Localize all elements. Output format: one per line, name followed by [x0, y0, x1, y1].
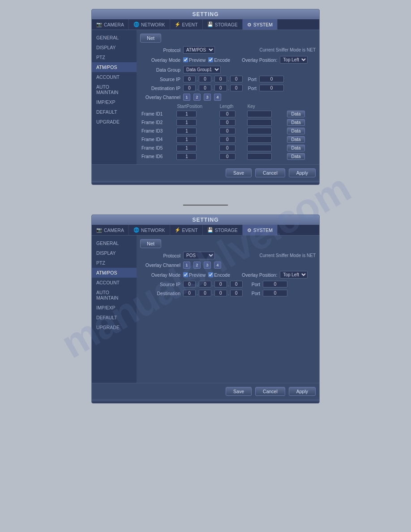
- frame1-start[interactable]: [176, 111, 197, 117]
- sidebar-general-1[interactable]: GENERAL: [92, 33, 137, 43]
- frame1-length[interactable]: [219, 111, 235, 117]
- dest-port-label-2: Port: [252, 291, 260, 296]
- sidebar-impexp-2[interactable]: IMP/EXP: [92, 303, 137, 313]
- source-ip-1-1[interactable]: [199, 76, 211, 82]
- tab-system-1[interactable]: ⚙ SYSTEM: [243, 19, 278, 30]
- frame2-key[interactable]: [247, 119, 272, 126]
- frame2-data-btn[interactable]: Data: [287, 119, 304, 126]
- frame2-length[interactable]: [219, 119, 235, 126]
- source-ip-0-1[interactable]: [183, 76, 196, 82]
- source-port-input-1[interactable]: [259, 76, 284, 82]
- source-port-input-2[interactable]: [263, 281, 287, 287]
- save-button-1[interactable]: Save: [226, 168, 252, 177]
- sidebar-upgrade-2[interactable]: UPGRADE: [92, 322, 137, 332]
- protocol-select-2[interactable]: POS ATM/POS: [183, 252, 215, 259]
- protocol-select-1[interactable]: ATM/POS POS: [183, 46, 215, 54]
- frame2-start[interactable]: [176, 119, 197, 126]
- frame1-key[interactable]: [247, 111, 272, 117]
- frame6-key[interactable]: [247, 153, 272, 160]
- source-ip-3-2[interactable]: [230, 281, 243, 287]
- frame3-length[interactable]: [219, 128, 235, 134]
- frame1-data-btn[interactable]: Data: [287, 111, 304, 117]
- channel-4-2[interactable]: 4: [214, 262, 221, 269]
- frame3-start[interactable]: [176, 128, 197, 134]
- cancel-button-2[interactable]: Cancel: [255, 387, 285, 396]
- source-ip-0-2[interactable]: [183, 281, 196, 287]
- panel2-body: GENERAL DISPLAY PTZ ATM/POS ACCOUNT AUTO…: [92, 236, 319, 383]
- preview-checkbox-2[interactable]: Preview: [183, 272, 206, 278]
- channel-1-2[interactable]: 1: [183, 262, 190, 269]
- sidebar-general-2[interactable]: GENERAL: [92, 238, 137, 248]
- sidebar-account-2[interactable]: ACCOUNT: [92, 278, 137, 287]
- net-tab-btn-1[interactable]: Net: [140, 34, 161, 43]
- sidebar-automaintain-1[interactable]: AUTO MAINTAIN: [92, 82, 137, 97]
- sidebar-account-1[interactable]: ACCOUNT: [92, 72, 137, 82]
- overlay-pos-select-2[interactable]: Top Left: [280, 271, 308, 279]
- frame6-length[interactable]: [219, 153, 235, 160]
- sidebar-atm-1[interactable]: ATM/POS: [92, 62, 137, 72]
- sidebar-upgrade-1[interactable]: UPGRADE: [92, 117, 137, 127]
- source-ip-3-1[interactable]: [230, 76, 243, 82]
- sidebar-default-1[interactable]: DEFAULT: [92, 107, 137, 117]
- frame5-start[interactable]: [176, 145, 197, 151]
- dest-ip-2-2[interactable]: [214, 290, 227, 296]
- frame4-data-btn[interactable]: Data: [287, 136, 304, 143]
- sidebar-atm-2[interactable]: ATM/POS: [92, 268, 137, 278]
- overlay-pos-select-1[interactable]: Top Left: [280, 56, 308, 64]
- tab-camera-2[interactable]: 📷 CAMERA: [92, 225, 129, 235]
- tab-storage-1[interactable]: 💾 STORAGE: [203, 19, 243, 30]
- encode-checkbox-1[interactable]: Encode: [208, 57, 230, 63]
- channel-1-1[interactable]: 1: [183, 94, 190, 101]
- sidebar-display-1[interactable]: DISPLAY: [92, 43, 137, 52]
- channel-2-1[interactable]: 2: [193, 94, 201, 101]
- sidebar-ptz-1[interactable]: PTZ: [92, 52, 137, 62]
- tab-network-2[interactable]: 🌐 NETWORK: [129, 225, 170, 235]
- dest-port-input-2[interactable]: [263, 290, 287, 296]
- apply-button-2[interactable]: Apply: [289, 387, 316, 396]
- channel-4-1[interactable]: 4: [214, 94, 221, 101]
- channel-3-1[interactable]: 3: [204, 94, 211, 101]
- frame4-start[interactable]: [176, 136, 197, 143]
- frame6-start[interactable]: [176, 153, 197, 160]
- sidebar-impexp-1[interactable]: IMP/EXP: [92, 97, 137, 107]
- tab-event-2[interactable]: ⚡ EVENT: [170, 225, 203, 235]
- dest-ip-1-2[interactable]: [199, 290, 211, 296]
- source-ip-2-1[interactable]: [214, 76, 227, 82]
- sidebar-ptz-2[interactable]: PTZ: [92, 258, 137, 268]
- sidebar-default-2[interactable]: DEFAULT: [92, 313, 137, 322]
- channel-2-2[interactable]: 2: [193, 262, 201, 269]
- frame4-key[interactable]: [247, 136, 272, 143]
- data-group-select-1[interactable]: Data Group1: [183, 66, 221, 73]
- encode-checkbox-2[interactable]: Encode: [208, 272, 230, 278]
- tab-event-1[interactable]: ⚡ EVENT: [170, 19, 203, 30]
- cancel-button-1[interactable]: Cancel: [255, 168, 285, 177]
- frame4-length[interactable]: [219, 136, 235, 143]
- save-button-2[interactable]: Save: [226, 387, 252, 396]
- system-icon-1: ⚙: [247, 22, 252, 27]
- apply-button-1[interactable]: Apply: [289, 168, 316, 177]
- tab-network-1[interactable]: 🌐 NETWORK: [129, 19, 170, 30]
- frame5-key[interactable]: [247, 145, 272, 151]
- frame3-data-btn[interactable]: Data: [287, 128, 304, 134]
- preview-checkbox-1[interactable]: Preview: [183, 57, 206, 63]
- dest-ip-3-2[interactable]: [230, 290, 243, 296]
- dest-ip-2-1[interactable]: [214, 85, 227, 91]
- tab-storage-2[interactable]: 💾 STORAGE: [203, 225, 243, 235]
- channel-3-2[interactable]: 3: [204, 262, 211, 269]
- frame5-length[interactable]: [219, 145, 235, 151]
- tab-camera-1[interactable]: 📷 CAMERA: [92, 19, 129, 30]
- dest-ip-0-1[interactable]: [183, 85, 196, 91]
- dest-ip-3-1[interactable]: [230, 85, 243, 91]
- dest-port-input-1[interactable]: [259, 85, 284, 91]
- source-ip-1-2[interactable]: [199, 281, 211, 287]
- frame5-data-btn[interactable]: Data: [287, 145, 304, 151]
- dest-ip-0-2[interactable]: [183, 290, 196, 296]
- source-ip-2-2[interactable]: [214, 281, 227, 287]
- dest-ip-1-1[interactable]: [199, 85, 211, 91]
- tab-system-2[interactable]: ⚙ SYSTEM: [243, 225, 278, 235]
- frame3-key[interactable]: [247, 128, 272, 134]
- sidebar-automaintain-2[interactable]: AUTO MAINTAIN: [92, 287, 137, 303]
- net-tab-btn-2[interactable]: Net: [140, 239, 161, 248]
- sidebar-display-2[interactable]: DISPLAY: [92, 248, 137, 258]
- frame6-data-btn[interactable]: Data: [287, 153, 304, 160]
